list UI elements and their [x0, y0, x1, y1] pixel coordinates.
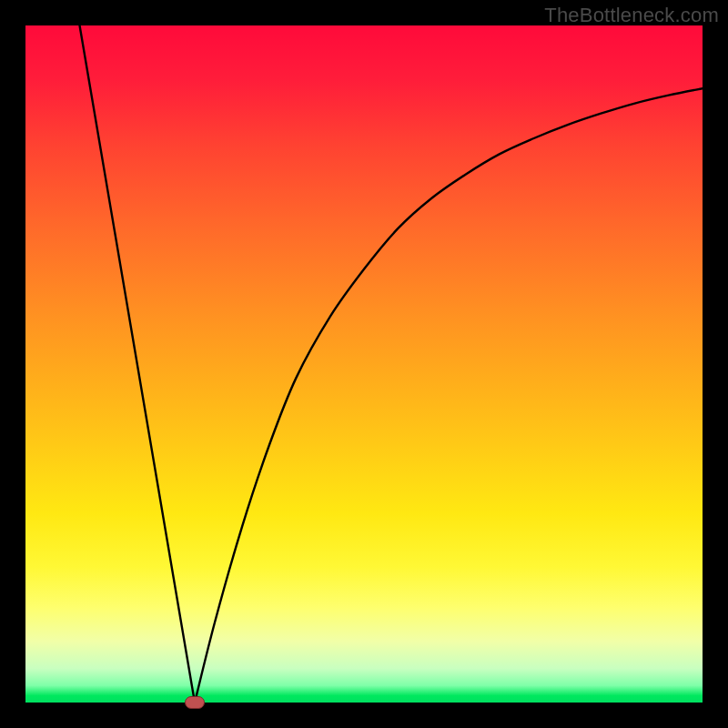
watermark-text: TheBottleneck.com: [544, 4, 719, 27]
plot-area: [25, 25, 703, 703]
bottleneck-marker: [185, 696, 205, 709]
bottleneck-curve: [25, 25, 703, 703]
chart-frame: TheBottleneck.com: [0, 0, 728, 728]
curve-path: [80, 25, 703, 703]
